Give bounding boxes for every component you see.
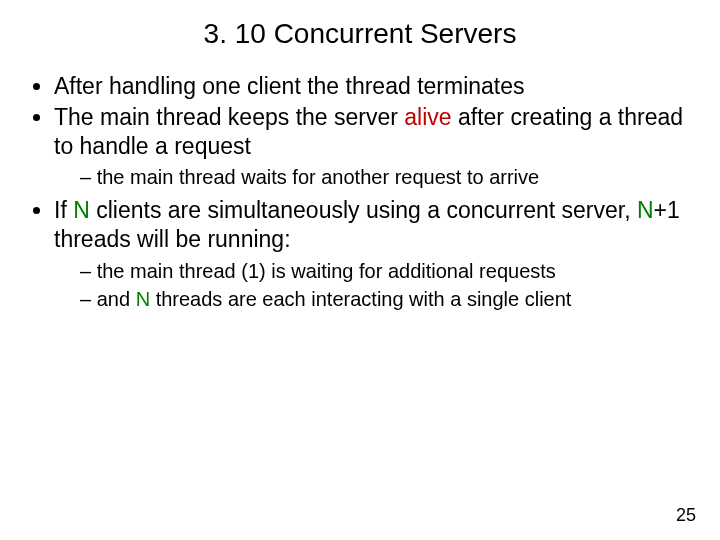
page-number: 25 bbox=[676, 505, 696, 526]
bullet-2-sublist: the main thread waits for another reques… bbox=[54, 164, 692, 190]
bullet-3-sub-2-text-b: threads are each interacting with a sing… bbox=[150, 288, 571, 310]
bullet-3: If N clients are simultaneously using a … bbox=[54, 196, 692, 312]
slide: 3. 10 Concurrent Servers After handling … bbox=[0, 0, 720, 540]
bullet-3-sublist: the main thread (1) is waiting for addit… bbox=[54, 258, 692, 312]
bullet-2-text-a: The main thread keeps the server bbox=[54, 104, 404, 130]
bullet-3-sub-2-n: N bbox=[136, 288, 150, 310]
bullet-3-sub-2: and N threads are each interacting with … bbox=[80, 286, 692, 312]
bullet-2-alive: alive bbox=[404, 104, 451, 130]
bullet-3-n2: N bbox=[637, 197, 654, 223]
bullet-2-sub-1: the main thread waits for another reques… bbox=[80, 164, 692, 190]
bullet-1-text: After handling one client the thread ter… bbox=[54, 73, 525, 99]
bullet-3-sub-2-text-a: and bbox=[97, 288, 136, 310]
bullet-1: After handling one client the thread ter… bbox=[54, 72, 692, 101]
bullet-2: The main thread keeps the server alive a… bbox=[54, 103, 692, 191]
bullet-list: After handling one client the thread ter… bbox=[28, 72, 692, 312]
bullet-3-n1: N bbox=[73, 197, 90, 223]
bullet-3-text-a: If bbox=[54, 197, 73, 223]
slide-title: 3. 10 Concurrent Servers bbox=[28, 18, 692, 50]
bullet-3-sub-1: the main thread (1) is waiting for addit… bbox=[80, 258, 692, 284]
bullet-3-text-b: clients are simultaneously using a concu… bbox=[90, 197, 637, 223]
bullet-2-sub-1-text: the main thread waits for another reques… bbox=[97, 166, 539, 188]
bullet-3-sub-1-text: the main thread (1) is waiting for addit… bbox=[97, 260, 556, 282]
